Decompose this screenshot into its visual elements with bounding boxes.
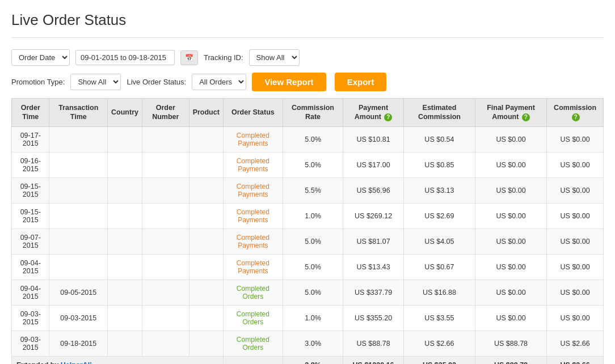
date-range-input[interactable] xyxy=(75,50,175,65)
cell-est-commission: US $16.88 xyxy=(404,280,475,305)
cell-order-status: Completed Payments xyxy=(223,177,283,203)
export-button[interactable]: Export xyxy=(335,73,387,91)
cell-order-status: Completed Payments xyxy=(223,126,283,152)
table-row: 09-15-2015 Completed Payments 5.5% US $5… xyxy=(12,177,604,203)
cell-country xyxy=(108,254,142,280)
view-report-button[interactable]: View Report xyxy=(252,73,326,91)
cell-commission-rate: 1.0% xyxy=(283,305,343,331)
orders-table: Order Time Transaction Time Country Orde… xyxy=(11,98,604,364)
cell-payment-amount: US $17.00 xyxy=(343,152,404,177)
cell-payment-amount: US $88.78 xyxy=(343,331,404,356)
cell-order-time: 09-04-2015 xyxy=(12,280,49,305)
cell-commission-rate: 5.0% xyxy=(283,152,343,177)
cell-product xyxy=(189,305,223,331)
cell-order-number xyxy=(142,305,189,331)
cell-transaction-time xyxy=(49,203,108,228)
cell-order-number xyxy=(142,228,189,254)
cell-order-time: 09-03-2015 xyxy=(12,305,49,331)
col-order-status: Order Status xyxy=(223,99,283,127)
col-commission: Commission ? xyxy=(547,99,604,127)
cell-order-status: Completed Payments xyxy=(223,152,283,177)
cell-order-status: Completed Payments xyxy=(223,228,283,254)
cell-order-number xyxy=(142,254,189,280)
total-commission: US $2.66 xyxy=(547,356,604,364)
cell-est-commission: US $0.67 xyxy=(404,254,475,280)
col-payment-amount: Payment Amount ? xyxy=(343,99,404,127)
cell-product xyxy=(189,203,223,228)
cell-country xyxy=(108,331,142,356)
cell-transaction-time: 09-18-2015 xyxy=(49,331,108,356)
cell-final-payment: US $0.00 xyxy=(475,126,546,152)
cell-country xyxy=(108,126,142,152)
cell-payment-amount: US $269.12 xyxy=(343,203,404,228)
cell-order-number xyxy=(142,177,189,203)
cell-order-number xyxy=(142,203,189,228)
cell-commission: US $0.00 xyxy=(547,177,604,203)
cell-order-status: Completed Orders xyxy=(223,331,283,356)
cell-payment-amount: US $10.81 xyxy=(343,126,404,152)
tracking-id-label: Tracking ID: xyxy=(204,53,243,62)
cell-final-payment: US $0.00 xyxy=(475,203,546,228)
cell-final-payment: US $0.00 xyxy=(475,177,546,203)
cell-country xyxy=(108,177,142,203)
cell-final-payment: US $0.00 xyxy=(475,305,546,331)
calendar-button[interactable]: 📅 xyxy=(180,50,198,65)
cell-est-commission: US $2.66 xyxy=(404,331,475,356)
col-order-time: Order Time xyxy=(12,99,49,127)
cell-est-commission: US $3.13 xyxy=(404,177,475,203)
cell-commission: US $0.00 xyxy=(547,254,604,280)
cell-order-time: 09-04-2015 xyxy=(12,254,49,280)
cell-commission-rate: 5.0% xyxy=(283,280,343,305)
cell-product xyxy=(189,280,223,305)
cell-order-number xyxy=(142,280,189,305)
cell-transaction-time xyxy=(49,126,108,152)
cell-transaction-time: 09-05-2015 xyxy=(49,280,108,305)
cell-order-number xyxy=(142,126,189,152)
cell-commission: US $0.00 xyxy=(547,280,604,305)
cell-est-commission: US $4.05 xyxy=(404,228,475,254)
cell-commission-rate: 5.0% xyxy=(283,228,343,254)
cell-commission: US $0.00 xyxy=(547,152,604,177)
payment-amount-help-icon[interactable]: ? xyxy=(384,113,392,121)
table-row: 09-04-2015 09-05-2015 Completed Orders 5… xyxy=(12,280,604,305)
cell-payment-amount: US $337.79 xyxy=(343,280,404,305)
cell-order-time: 09-15-2015 xyxy=(12,177,49,203)
promotion-type-label: Promotion Type: xyxy=(11,78,65,86)
total-row: Extended by HelperAli 2.8% US $1230.16 U… xyxy=(12,356,604,364)
table-row: 09-16-2015 Completed Payments 5.0% US $1… xyxy=(12,152,604,177)
cell-payment-amount: US $56.96 xyxy=(343,177,404,203)
col-country: Country xyxy=(108,99,142,127)
cell-payment-amount: US $355.20 xyxy=(343,305,404,331)
commission-help-icon[interactable]: ? xyxy=(572,113,580,121)
cell-commission: US $0.00 xyxy=(547,305,604,331)
cell-order-time: 09-03-2015 xyxy=(12,331,49,356)
cell-transaction-time xyxy=(49,177,108,203)
col-transaction-time: Transaction Time xyxy=(49,99,108,127)
page-title: Live Order Status xyxy=(11,11,604,38)
col-product: Product xyxy=(189,99,223,127)
total-payment-amount: US $1230.16 xyxy=(343,356,404,364)
cell-order-status: Completed Orders xyxy=(223,305,283,331)
cell-order-time: 09-16-2015 xyxy=(12,152,49,177)
cell-order-time: 09-07-2015 xyxy=(12,228,49,254)
helper-ali-link[interactable]: HelperAli xyxy=(61,361,92,365)
live-order-status-label: Live Order Status: xyxy=(127,78,186,86)
col-commission-rate: Commission Rate xyxy=(283,99,343,127)
cell-commission: US $0.00 xyxy=(547,228,604,254)
total-est-commission: US $35.02 xyxy=(404,356,475,364)
order-date-select[interactable]: Order Date xyxy=(11,49,70,66)
final-payment-help-icon[interactable]: ? xyxy=(522,113,530,121)
promotion-type-select[interactable]: Show All xyxy=(70,74,121,90)
cell-country xyxy=(108,280,142,305)
tracking-id-select[interactable]: Show All xyxy=(249,49,300,66)
cell-commission-rate: 5.5% xyxy=(283,177,343,203)
cell-est-commission: US $2.69 xyxy=(404,203,475,228)
live-order-status-select[interactable]: All Orders xyxy=(192,74,246,90)
cell-product xyxy=(189,177,223,203)
cell-payment-amount: US $81.07 xyxy=(343,228,404,254)
cell-commission: US $0.00 xyxy=(547,203,604,228)
cell-product xyxy=(189,228,223,254)
cell-payment-amount: US $13.43 xyxy=(343,254,404,280)
cell-est-commission: US $0.85 xyxy=(404,152,475,177)
cell-final-payment: US $0.00 xyxy=(475,280,546,305)
